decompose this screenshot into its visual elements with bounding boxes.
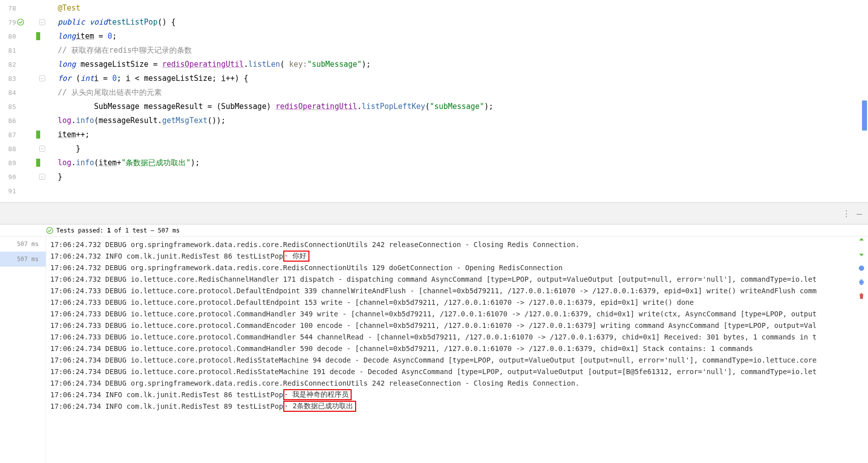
highlighted-output: - 你好 [283, 251, 310, 262]
code-line[interactable]: long item = 0; [48, 29, 868, 43]
arrow-down-icon[interactable] [857, 250, 865, 258]
scroll-thumb[interactable] [862, 100, 867, 131]
line-number: 78 [3, 5, 16, 12]
console-line[interactable]: 17:06:24.732 DEBUG org.springframework.d… [50, 239, 864, 250]
svg-rect-4 [860, 280, 862, 281]
line-number: 85 [3, 103, 16, 110]
gutter: 7879−80818283−8485868788−8990−91 [0, 0, 48, 202]
editor-scrollbar[interactable] [860, 0, 867, 202]
code-line[interactable]: } [48, 170, 868, 184]
fold-icon[interactable]: − [39, 146, 45, 152]
code-line[interactable]: // 从头向尾取出链表中的元素 [48, 85, 868, 99]
arrow-up-icon[interactable] [857, 236, 865, 244]
gutter-row[interactable]: 86 [0, 113, 47, 128]
minimize-icon[interactable]: — [856, 208, 862, 219]
console-line[interactable]: 17:06:24.734 DEBUG io.lettuce.core.proto… [50, 342, 864, 354]
wrap-icon[interactable] [857, 264, 865, 272]
code-line[interactable]: for (int i = 0; i < messageListSize; i++… [48, 71, 868, 85]
svg-rect-3 [859, 281, 864, 283]
gutter-row[interactable]: 82 [0, 57, 47, 71]
more-icon[interactable]: ⋮ [842, 209, 851, 218]
console-line[interactable]: 17:06:24.734 INFO com.lk.junit.RedisTest… [50, 389, 864, 400]
console-line[interactable]: 17:06:24.732 DEBUG org.springframework.d… [50, 262, 864, 273]
line-number: 83 [3, 75, 16, 82]
gutter-row[interactable]: 78 [0, 1, 47, 15]
console-line[interactable]: 17:06:24.734 DEBUG io.lettuce.core.proto… [50, 366, 864, 377]
gutter-row[interactable]: 89 [0, 156, 47, 170]
line-number: 91 [3, 187, 16, 195]
vcs-change-marker[interactable] [36, 32, 40, 40]
code-line[interactable]: // 获取存储在redis中聊天记录的条数 [48, 43, 868, 57]
line-number: 84 [3, 89, 16, 96]
console-line[interactable]: 17:06:24.734 DEBUG org.springframework.d… [50, 377, 864, 389]
line-number: 79 [3, 19, 16, 26]
line-number: 90 [3, 173, 16, 181]
gutter-row[interactable]: 83− [0, 71, 47, 85]
console-line[interactable]: 17:06:24.732 DEBUG io.lettuce.core.Redis… [50, 273, 864, 285]
code-line[interactable]: public void testListPop() { [48, 15, 868, 29]
svg-point-2 [859, 266, 864, 271]
console-line[interactable]: 17:06:24.733 DEBUG io.lettuce.core.proto… [50, 285, 864, 296]
gutter-row[interactable]: 91 [0, 184, 47, 198]
code-line[interactable]: log.info(item+"条数据已成功取出"); [48, 156, 868, 170]
code-line[interactable]: @Test [48, 1, 868, 15]
gutter-row[interactable]: 79− [0, 15, 47, 29]
vcs-change-marker[interactable] [36, 131, 40, 139]
run-console-panel: 507 ms507 ms 17:06:24.732 DEBUG org.spri… [0, 237, 868, 463]
console-line[interactable]: 17:06:24.733 DEBUG io.lettuce.core.proto… [50, 331, 864, 342]
svg-point-0 [18, 19, 24, 25]
code-line[interactable]: } [48, 142, 868, 156]
test-tree[interactable]: 507 ms507 ms [0, 237, 46, 463]
test-duration[interactable]: 507 ms [0, 252, 46, 267]
run-test-icon[interactable] [17, 19, 24, 26]
console-toolbar [857, 236, 866, 300]
code-line[interactable]: log.info(messageResult.getMsgText()); [48, 113, 868, 128]
test-duration[interactable]: 507 ms [0, 237, 46, 252]
svg-point-1 [47, 227, 53, 233]
fold-icon[interactable]: − [39, 75, 45, 81]
line-number: 89 [3, 159, 16, 167]
gutter-row[interactable]: 84 [0, 85, 47, 99]
console-line[interactable]: 17:06:24.733 DEBUG io.lettuce.core.proto… [50, 296, 864, 308]
highlighted-output: - 2条数据已成功取出 [283, 401, 356, 412]
console-line[interactable]: 17:06:24.734 DEBUG io.lettuce.core.proto… [50, 354, 864, 366]
line-number: 87 [3, 131, 16, 139]
gutter-row[interactable]: 81 [0, 43, 47, 57]
tests-passed-label: Tests passed: 1 of 1 test – 507 ms [56, 227, 180, 234]
code-line[interactable]: long messageListSize = redisOperatingUti… [48, 57, 868, 71]
gutter-row[interactable]: 88− [0, 142, 47, 156]
svg-rect-5 [860, 284, 862, 285]
code-line[interactable]: item++; [48, 128, 868, 142]
line-number: 82 [3, 61, 16, 68]
line-number: 88 [3, 145, 16, 153]
gutter-row[interactable]: 87 [0, 128, 47, 142]
print-icon[interactable] [857, 278, 865, 286]
code-line[interactable]: SubMessage messageResult = (SubMessage) … [48, 99, 868, 113]
console-output[interactable]: 17:06:24.732 DEBUG org.springframework.d… [46, 237, 868, 463]
trash-icon[interactable] [857, 292, 865, 300]
console-line[interactable]: 17:06:24.733 DEBUG io.lettuce.core.proto… [50, 319, 864, 331]
console-line[interactable]: 17:06:24.733 DEBUG io.lettuce.core.proto… [50, 308, 864, 319]
code-editor[interactable]: 7879−80818283−8485868788−8990−91 @Testpu… [0, 0, 868, 202]
vcs-change-marker[interactable] [36, 159, 40, 167]
code-area[interactable]: @Testpublic void testListPop() { long it… [48, 0, 868, 202]
console-line[interactable]: 17:06:24.732 INFO com.lk.junit.RedisTest… [50, 250, 864, 262]
gutter-row[interactable]: 80 [0, 29, 47, 43]
check-icon [46, 227, 53, 234]
highlighted-output: - 我是神奇的程序员 [283, 389, 352, 400]
gutter-row[interactable]: 90− [0, 170, 47, 184]
code-line[interactable] [48, 184, 868, 198]
gutter-row[interactable]: 85 [0, 99, 47, 113]
tests-passed-bar: Tests passed: 1 of 1 test – 507 ms [0, 224, 868, 237]
toolwindow-header: ⋮ — [0, 202, 868, 224]
line-number: 86 [3, 117, 16, 125]
line-number: 80 [3, 33, 16, 40]
line-number: 81 [3, 47, 16, 54]
console-line[interactable]: 17:06:24.734 INFO com.lk.junit.RedisTest… [50, 400, 864, 412]
fold-icon[interactable]: − [39, 19, 45, 25]
fold-icon[interactable]: − [39, 174, 45, 180]
